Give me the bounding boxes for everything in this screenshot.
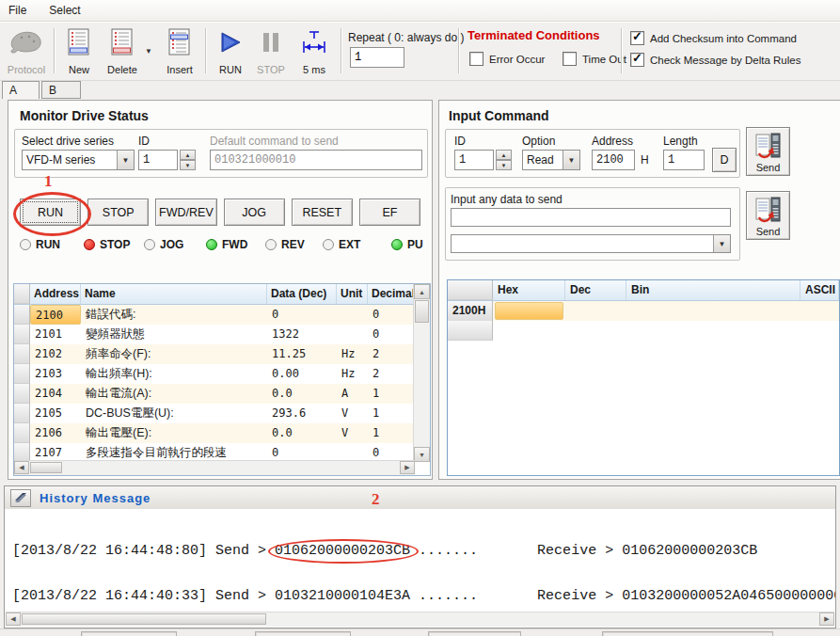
history-icon[interactable] <box>10 489 31 507</box>
cell-ascii[interactable] <box>800 301 839 322</box>
cell-dec[interactable] <box>565 301 626 322</box>
stop-button[interactable]: STOP <box>87 199 149 226</box>
repeat-input[interactable] <box>350 47 404 68</box>
cell-decimal[interactable]: 0 <box>368 305 415 325</box>
scrollbar-thumb[interactable] <box>415 300 429 323</box>
cell-data[interactable]: 0.0 <box>267 423 337 443</box>
cell-data[interactable]: 0.0 <box>267 384 337 404</box>
cell-address[interactable]: 2103 <box>30 364 81 384</box>
cell-name[interactable]: 輸出電流(A): <box>81 384 267 404</box>
cell-unit[interactable]: V <box>337 404 368 423</box>
reset-button[interactable]: RESET <box>292 199 353 226</box>
scroll-down-icon[interactable]: ▼ <box>414 447 430 462</box>
cell-decimal[interactable]: 1 <box>368 384 415 404</box>
row-handle[interactable] <box>14 423 30 443</box>
scroll-up-icon[interactable]: ▲ <box>414 284 430 299</box>
option-select[interactable]: Read ▼ <box>522 150 580 170</box>
row-handle[interactable] <box>14 404 30 423</box>
cell-hex[interactable] <box>493 321 565 341</box>
cell-decimal[interactable]: 2 <box>368 344 415 364</box>
checkbox-box[interactable] <box>630 31 644 45</box>
cell-name[interactable]: 變頻器狀態 <box>81 325 267 344</box>
send-command-button[interactable]: Send <box>746 127 790 176</box>
length-input[interactable]: 1 <box>663 150 705 170</box>
table-row[interactable] <box>448 321 839 341</box>
cell-unit[interactable]: Hz <box>337 364 368 384</box>
cell-data[interactable]: 1322 <box>267 325 337 344</box>
cell-unit[interactable]: A <box>337 384 368 404</box>
header-name[interactable]: Name <box>81 284 267 304</box>
stop-toolbar-button[interactable]: STOP <box>252 26 290 75</box>
cell-name[interactable]: DC-BUS電壓(U): <box>81 404 267 423</box>
cell-address[interactable]: 2106 <box>30 423 81 443</box>
header-ascii[interactable]: ASCII <box>800 280 839 300</box>
table-row[interactable]: 2103 輸出頻率(H): 0.00 Hz 2 <box>14 364 430 384</box>
insert-button[interactable]: Insert <box>158 26 201 75</box>
table-row[interactable]: 2100 錯誤代碼: 0 0 <box>14 305 430 325</box>
cell-unit[interactable]: V <box>337 423 368 443</box>
checkbox-box[interactable] <box>469 52 483 66</box>
chevron-down-icon[interactable]: ▼ <box>117 151 134 169</box>
history-horizontal-scrollbar[interactable]: ◀ ▶ <box>6 612 834 627</box>
table-row[interactable]: 2101 變頻器狀態 1322 0 <box>14 325 430 344</box>
delete-button[interactable]: Delete <box>102 26 143 75</box>
cell-data[interactable]: 11.25 <box>267 344 337 364</box>
send-any-data-button[interactable]: Send <box>746 191 790 240</box>
protocol-button[interactable]: Protocol <box>2 26 51 75</box>
history-log[interactable]: [2013/8/22 16:44:48:80] Send > 010620000… <box>5 509 835 612</box>
horizontal-scrollbar[interactable]: ◀ ▶ <box>14 460 415 475</box>
row-header[interactable]: 2100H <box>448 301 493 322</box>
cell-data[interactable]: 293.6 <box>267 404 337 423</box>
cell-decimal[interactable]: 1 <box>368 423 415 443</box>
cell-name[interactable]: 頻率命令(F): <box>81 344 267 364</box>
drive-series-select[interactable]: VFD-M series ▼ <box>22 150 135 170</box>
monitor-id-stepper[interactable]: ▲▼ <box>180 150 196 170</box>
scroll-left-icon[interactable]: ◀ <box>6 612 21 626</box>
cell-bin[interactable] <box>626 321 800 341</box>
checkbox-box[interactable] <box>563 52 577 66</box>
jog-button[interactable]: JOG <box>224 199 285 226</box>
scrollbar-thumb[interactable] <box>30 462 62 473</box>
monitor-id-input[interactable]: 1 <box>138 150 178 170</box>
cell-name[interactable]: 錯誤代碼: <box>81 305 267 325</box>
table-row[interactable]: 2102 頻率命令(F): 11.25 Hz 2 <box>14 344 430 364</box>
checkbox-check-message[interactable]: Check Message by Delta Rules <box>630 53 800 67</box>
any-data-input[interactable] <box>451 208 731 227</box>
spin-up-icon[interactable]: ▲ <box>180 150 196 160</box>
row-handle[interactable] <box>14 325 30 344</box>
default-command-input[interactable]: 010321000010 <box>210 150 422 170</box>
interval-button[interactable]: 5 ms <box>292 26 337 75</box>
row-handle[interactable] <box>14 384 30 404</box>
cell-decimal[interactable]: 1 <box>368 404 415 423</box>
scrollbar-thumb[interactable] <box>22 613 266 625</box>
cell-bin[interactable] <box>626 301 800 322</box>
spin-up-icon[interactable]: ▲ <box>496 150 512 160</box>
row-handle[interactable] <box>14 344 30 364</box>
header-address[interactable]: Address <box>30 284 81 304</box>
delete-dropdown-arrow-icon[interactable]: ▼ <box>145 47 152 56</box>
checkbox-error-occur[interactable]: Error Occur <box>469 52 545 66</box>
table-row[interactable]: 2105 DC-BUS電壓(U): 293.6 V 1 <box>14 404 430 423</box>
cell-ascii[interactable] <box>800 321 839 341</box>
chevron-down-icon[interactable]: ▼ <box>563 151 579 169</box>
menu-select[interactable]: Select <box>49 4 80 17</box>
run-button[interactable]: RUN <box>20 199 81 226</box>
command-id-stepper[interactable]: ▲▼ <box>496 150 512 170</box>
vertical-scrollbar[interactable]: ▲ ▼ <box>413 284 430 462</box>
run-toolbar-button[interactable]: RUN <box>211 26 250 75</box>
cell-address[interactable]: 2105 <box>30 404 81 423</box>
header-dec[interactable]: Dec <box>565 280 626 300</box>
cell-data[interactable]: 0 <box>267 305 337 325</box>
cell-unit[interactable] <box>337 325 368 344</box>
cell-unit[interactable]: Hz <box>337 344 368 364</box>
new-button[interactable]: New <box>58 26 100 75</box>
header-bin[interactable]: Bin <box>626 280 800 300</box>
scroll-left-icon[interactable]: ◀ <box>14 461 29 474</box>
cell-address[interactable]: 2102 <box>30 344 81 364</box>
menu-file[interactable]: File <box>8 4 26 17</box>
table-row[interactable]: 2104 輸出電流(A): 0.0 A 1 <box>14 384 430 404</box>
d-format-button[interactable]: D <box>712 148 737 172</box>
cell-name[interactable]: 輸出電壓(E): <box>81 423 267 443</box>
scroll-right-icon[interactable]: ▶ <box>819 612 834 626</box>
ef-button[interactable]: EF <box>359 199 420 226</box>
